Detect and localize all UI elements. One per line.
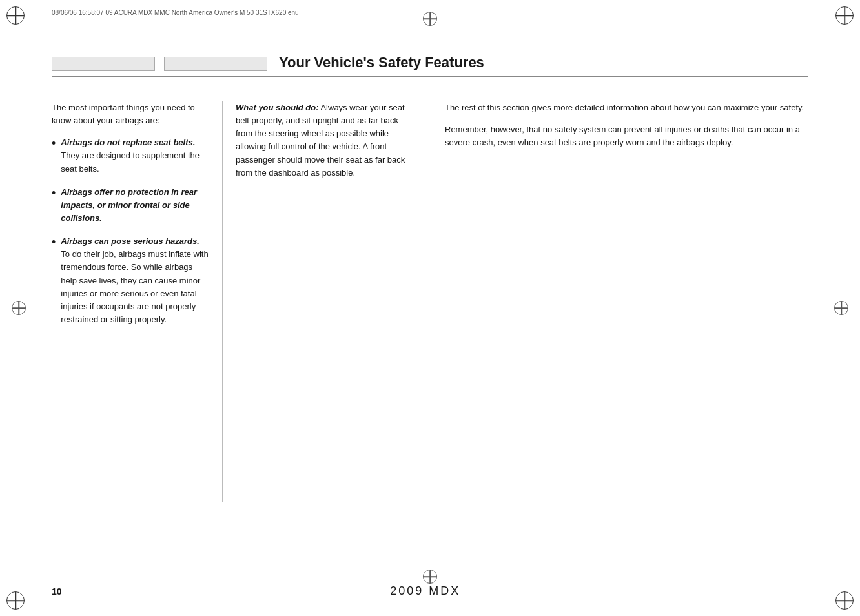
title-section: Your Vehicle's Safety Features [52, 54, 808, 77]
bullet-list: • Airbags do not replace seat belts. The… [52, 136, 209, 326]
col-right: The rest of this section gives more deta… [429, 101, 808, 502]
bullet-content-3: Airbags can pose serious hazards. To do … [61, 235, 209, 326]
top-center-crosshair [423, 12, 437, 26]
bullet-item-3: • Airbags can pose serious hazards. To d… [52, 235, 209, 326]
footer-model: 2009 MDX [390, 584, 460, 598]
title-decoration-right [164, 57, 267, 71]
corner-mark-bottom-right [835, 591, 854, 610]
footer: 10 2009 MDX [52, 584, 808, 598]
left-center-crosshair [12, 301, 26, 315]
bullet-dot-3: • [52, 236, 56, 248]
bullet-item-1: • Airbags do not replace seat belts. The… [52, 136, 209, 175]
bullet-normal-1: They are designed to supplement the seat… [61, 150, 200, 173]
bullet-content-2: Airbags offer no protection in rear impa… [61, 186, 209, 225]
corner-mark-top-right [835, 6, 854, 25]
right-center-crosshair [834, 301, 848, 315]
bullet-content-1: Airbags do not replace seat belts. They … [61, 136, 209, 175]
bullet-item-2: • Airbags offer no protection in rear im… [52, 186, 209, 225]
col-middle-text: What you should do: Always wear your sea… [236, 101, 416, 180]
content-area: The most important things you need to kn… [52, 101, 808, 502]
bullet-normal-3: To do their job, airbags must inflate wi… [61, 249, 208, 324]
title-decoration-left [52, 57, 155, 71]
corner-mark-bottom-left [6, 591, 25, 610]
what-label: What you should do: [236, 103, 319, 112]
footer-line-right [773, 582, 808, 583]
corner-mark-top-left [6, 6, 25, 25]
col-left: The most important things you need to kn… [52, 101, 223, 502]
page-container: 08/06/06 16:58:07 09 ACURA MDX MMC North… [0, 0, 860, 616]
footer-page-number: 10 [52, 586, 62, 597]
bullet-bold-2: Airbags offer no protection in rear impa… [61, 187, 197, 223]
footer-line-left [52, 582, 87, 583]
page-title: Your Vehicle's Safety Features [279, 54, 484, 71]
col-left-intro: The most important things you need to kn… [52, 101, 209, 127]
bullet-bold-3: Airbags can pose serious hazards. [61, 236, 200, 246]
bullet-bold-1: Airbags do not replace seat belts. [61, 138, 195, 147]
bottom-center-crosshair [423, 570, 437, 584]
bullet-dot-1: • [52, 138, 56, 149]
what-text: Always wear your seat belt properly, and… [236, 103, 405, 178]
col-middle: What you should do: Always wear your sea… [223, 101, 429, 502]
col-right-para2: Remember, however, that no safety system… [445, 123, 808, 149]
col-right-para1: The rest of this section gives more deta… [445, 101, 808, 114]
bullet-dot-2: • [52, 187, 56, 199]
